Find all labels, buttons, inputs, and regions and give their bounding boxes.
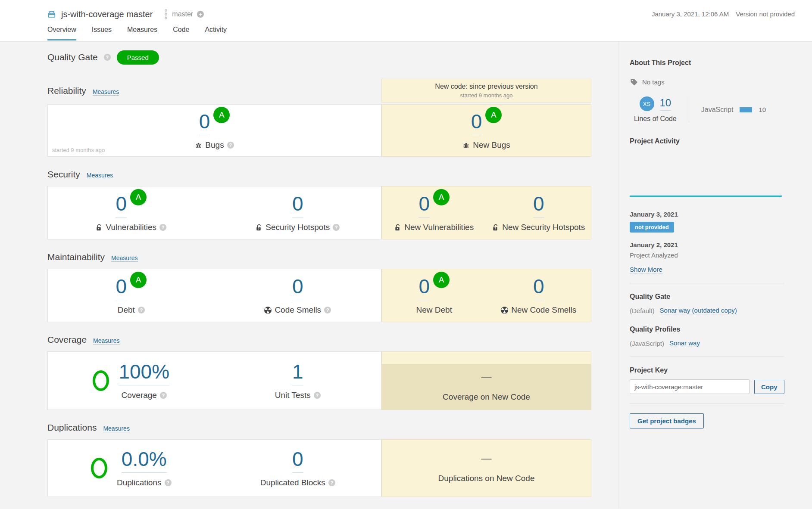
new-duplications-label: Duplications on New Code	[438, 474, 535, 483]
language-row: JavaScript 10	[701, 96, 766, 123]
help-icon[interactable]	[160, 392, 167, 399]
security-measures-link[interactable]: Measures	[87, 172, 113, 179]
duplications-measures-link[interactable]: Measures	[103, 425, 129, 432]
lock-question-icon: ?	[492, 224, 499, 231]
measure-new-bugs: 0 A New Bugs	[462, 111, 510, 150]
tab-activity[interactable]: Activity	[205, 26, 227, 40]
lines-of-code-link[interactable]: 10	[660, 97, 671, 111]
bugs-label: Bugs	[205, 140, 224, 150]
new-bugs-label: New Bugs	[473, 140, 510, 150]
tab-overview[interactable]: Overview	[47, 26, 76, 40]
measure-new-debt: 0 A New Debt	[416, 276, 452, 315]
security-hotspots-value-link[interactable]: 0	[292, 193, 303, 217]
help-icon[interactable]	[227, 142, 234, 149]
plus-circle-icon[interactable]	[197, 11, 204, 18]
project-activity-title: Project Activity	[630, 137, 784, 145]
code-smells-label: Code Smells	[275, 305, 321, 315]
activity-event: January 2, 2021 Project Analyzed	[630, 241, 784, 259]
page-title: js-with-coverage master	[61, 9, 153, 19]
version-label: Version not provided	[736, 10, 795, 18]
security-card: 0 A Vulnerabilities	[47, 186, 381, 239]
new-debt-value-link[interactable]: 0	[418, 276, 430, 300]
project-icon	[47, 10, 56, 19]
coverage-donut-icon	[93, 370, 109, 391]
new-security-hotspots-value-link[interactable]: 0	[533, 193, 544, 217]
section-coverage: Coverage Measures 100% Coverage	[47, 333, 591, 410]
divider	[630, 283, 784, 283]
maintainability-card: 0 A Debt 0	[47, 269, 381, 322]
code-smells-value-link[interactable]: 0	[292, 276, 303, 300]
analysis-date: January 3, 2021, 12:06 AM	[652, 10, 729, 18]
unit-tests-value-link[interactable]: 1	[292, 361, 303, 385]
tab-issues[interactable]: Issues	[92, 26, 112, 40]
measure-vulnerabilities: 0 A Vulnerabilities	[96, 193, 166, 232]
duplications-heading: Duplications	[47, 422, 97, 433]
tags-label: No tags	[642, 78, 665, 86]
duplicated-blocks-value-link[interactable]: 0	[292, 449, 303, 473]
help-icon[interactable]	[328, 479, 335, 486]
help-icon[interactable]	[159, 224, 166, 231]
coverage-new-code-card: — Coverage on New Code	[381, 351, 591, 410]
branch-selector[interactable]: master	[164, 9, 204, 20]
duplications-new-code-card: — Duplications on New Code	[381, 439, 591, 497]
section-security: Security Measures 0 A	[47, 168, 591, 239]
reliability-measures-link[interactable]: Measures	[93, 88, 119, 96]
duplicated-blocks-label: Duplicated Blocks	[260, 478, 325, 487]
maintainability-measures-link[interactable]: Measures	[111, 254, 137, 262]
tab-measures[interactable]: Measures	[127, 26, 157, 40]
event-date: January 3, 2021	[630, 211, 784, 218]
quality-profiles-title: Quality Profiles	[630, 326, 784, 333]
help-icon[interactable]	[324, 307, 331, 313]
section-maintainability: Maintainability Measures 0 A Debt	[47, 251, 591, 322]
get-project-badges-button[interactable]: Get project badges	[630, 413, 704, 428]
size-rating-badge: XS	[640, 96, 654, 111]
duplications-donut-icon	[91, 458, 107, 478]
debt-value-link[interactable]: 0	[116, 276, 127, 300]
bugs-value-link[interactable]: 0	[199, 111, 210, 135]
help-icon[interactable]	[165, 479, 172, 486]
new-debt-label: New Debt	[416, 305, 452, 315]
help-icon[interactable]	[333, 224, 340, 231]
bugs-rating-badge: A	[213, 107, 230, 123]
new-coverage-label: Coverage on New Code	[443, 392, 530, 402]
security-new-code-card: 0 A New Vulnerabilities	[381, 186, 591, 239]
new-code-banner-subtitle: started 9 months ago	[382, 91, 591, 99]
duplications-value-link[interactable]: 0.0%	[122, 449, 167, 473]
tab-code[interactable]: Code	[173, 26, 189, 40]
section-duplications: Duplications Measures 0.0% Duplications	[47, 421, 591, 497]
measure-bugs: 0 A Bugs	[195, 111, 234, 150]
new-code-smells-label: New Code Smells	[511, 305, 576, 315]
help-icon[interactable]	[104, 54, 111, 61]
new-security-hotspots-label: New Security Hotspots	[502, 223, 585, 232]
duplications-label: Duplications	[117, 478, 162, 487]
measure-duplicated-blocks: 0 Duplicated Blocks	[260, 449, 335, 487]
help-icon[interactable]	[314, 392, 321, 399]
coverage-heading: Coverage	[47, 335, 87, 345]
show-more-link[interactable]: Show More	[630, 266, 662, 273]
divider	[630, 403, 784, 404]
project-key-input[interactable]	[630, 379, 750, 394]
quality-gate-scope: (Default)	[630, 307, 655, 314]
maintainability-new-code-card: 0 A New Debt 0	[381, 269, 591, 322]
quality-gate-link[interactable]: Sonar way (outdated copy)	[660, 307, 737, 314]
vulnerabilities-label: Vulnerabilities	[106, 223, 156, 232]
lines-of-code-label: Lines of Code	[634, 115, 677, 123]
coverage-measures-link[interactable]: Measures	[93, 337, 119, 345]
leak-period-footnote: started 9 months ago	[52, 147, 105, 153]
security-hotspots-label: Security Hotspots	[265, 223, 330, 232]
new-code-smells-value-link[interactable]: 0	[533, 276, 544, 300]
debt-rating-badge: A	[130, 272, 147, 288]
tags-row[interactable]: No tags	[630, 78, 784, 86]
copy-button[interactable]: Copy	[754, 380, 784, 394]
coverage-label: Coverage	[122, 391, 157, 400]
quality-profile-link[interactable]: Sonar way	[669, 339, 700, 347]
new-bugs-value-link[interactable]: 0	[471, 111, 482, 135]
help-icon[interactable]	[138, 307, 145, 313]
new-vulnerabilities-rating-badge: A	[433, 189, 450, 205]
page-header: js-with-coverage master master January 3…	[0, 0, 812, 42]
coverage-value-link[interactable]: 100%	[119, 361, 169, 385]
new-vulnerabilities-value-link[interactable]: 0	[418, 193, 430, 217]
vulnerabilities-value-link[interactable]: 0	[116, 193, 127, 217]
quality-gate-heading: Quality Gate	[47, 52, 98, 62]
language-bar	[740, 107, 752, 112]
